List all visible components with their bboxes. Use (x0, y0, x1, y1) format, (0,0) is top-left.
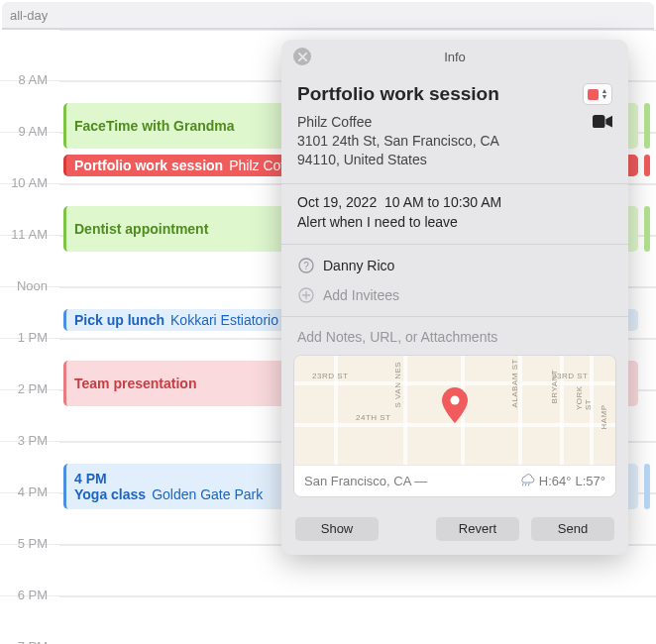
hour-label: Noon (0, 278, 54, 293)
street-label: BRYANT (550, 369, 559, 403)
event-title: Yoga class (74, 486, 146, 502)
street-label: 24TH ST (356, 413, 391, 422)
side-strip (644, 464, 650, 509)
hour-label: 4 PM (0, 484, 54, 499)
hour-label: 5 PM (0, 536, 54, 551)
calendar-color-picker[interactable]: ▲▼ (583, 83, 612, 105)
all-day-label: all-day (10, 8, 48, 23)
side-strip (644, 206, 650, 252)
map-card[interactable]: 23RD ST 23RD ST 24TH ST S VAN NES ALABAM… (293, 355, 616, 497)
hour-label: 6 PM (0, 588, 54, 602)
chevron-up-down-icon: ▲▼ (601, 88, 608, 100)
weather-rain-icon (517, 473, 535, 489)
popover-actions: Show Revert Send (281, 507, 628, 555)
street-label: HAMP (600, 404, 608, 429)
event-time: 10 AM to 10:30 AM (384, 194, 501, 210)
hour-label: 11 AM (0, 227, 54, 242)
street-label: ALABAM ST (510, 359, 519, 407)
section-notes[interactable]: Add Notes, URL, or Attachments (281, 317, 628, 355)
side-strip (644, 155, 650, 176)
hour-label: 7 PM (0, 639, 54, 644)
hour-label: 2 PM (0, 381, 54, 396)
map-city-label: San Francisco, CA — (304, 474, 427, 488)
map-thumbnail: 23RD ST 23RD ST 24TH ST S VAN NES ALABAM… (294, 356, 615, 465)
street-label: S VAN NES (393, 362, 402, 408)
video-call-icon[interactable] (593, 115, 612, 129)
event-title: Pick up lunch (74, 312, 164, 328)
event-title: Portfolio work session (74, 158, 223, 173)
location-address-line1: 3101 24th St, San Francisco, CA (297, 132, 499, 151)
popover-header: Info (281, 40, 628, 73)
add-invitees-row[interactable]: Add Invitees (297, 280, 612, 310)
side-strip (644, 103, 650, 149)
section-datetime[interactable]: Oct 19, 2022 10 AM to 10:30 AM Alert whe… (281, 184, 628, 245)
event-time-label: 4 PM (74, 471, 107, 486)
alert-text: Alert when I need to leave (297, 214, 612, 230)
weather-hi: H:64° (539, 474, 572, 488)
event-location: Kokkari Estiatorio (170, 312, 278, 328)
event-title-input[interactable]: Portfolio work session (297, 83, 499, 105)
street-label: YORK ST (575, 378, 593, 410)
location-address-line2: 94110, United States (297, 151, 499, 169)
popover-title: Info (281, 50, 628, 64)
revert-button[interactable]: Revert (436, 517, 519, 541)
location-name: Philz Coffee (297, 113, 499, 132)
show-button[interactable]: Show (295, 517, 379, 541)
section-title-location: Portfolio work session ▲▼ Philz Coffee 3… (281, 73, 628, 184)
svg-rect-0 (593, 115, 604, 128)
weather-lo: L:57° (575, 474, 605, 488)
invitee-row[interactable]: ? Danny Rico (297, 251, 612, 280)
event-title: Dentist appointment (74, 221, 208, 237)
all-day-row[interactable]: all-day (2, 2, 654, 30)
send-button[interactable]: Send (531, 517, 614, 541)
hour-label: 10 AM (0, 175, 54, 190)
section-invitees: ? Danny Rico Add Invitees (281, 245, 628, 317)
event-info-popover: Info Portfolio work session ▲▼ Philz Cof… (281, 40, 628, 555)
event-title: FaceTime with Grandma (74, 118, 235, 134)
svg-point-4 (451, 395, 460, 404)
add-invitees-label: Add Invitees (323, 287, 399, 303)
event-title: Team presentation (74, 376, 196, 391)
map-pin-icon (442, 387, 468, 426)
color-swatch (588, 89, 599, 100)
question-circle-icon: ? (297, 257, 315, 274)
map-footer: San Francisco, CA — H:64° L:57° (294, 465, 615, 496)
plus-circle-icon (297, 286, 315, 304)
hour-label: 8 AM (0, 72, 54, 87)
event-date: Oct 19, 2022 (297, 194, 377, 210)
svg-text:?: ? (303, 260, 309, 270)
street-label: 23RD ST (312, 372, 348, 380)
notes-placeholder: Add Notes, URL, or Attachments (297, 321, 612, 355)
invitee-name: Danny Rico (323, 258, 394, 273)
event-location: Golden Gate Park (152, 486, 263, 502)
location-text[interactable]: Philz Coffee 3101 24th St, San Francisco… (297, 113, 499, 169)
hour-label: 3 PM (0, 433, 54, 448)
hour-label: 9 AM (0, 124, 54, 139)
hour-label: 1 PM (0, 330, 54, 345)
